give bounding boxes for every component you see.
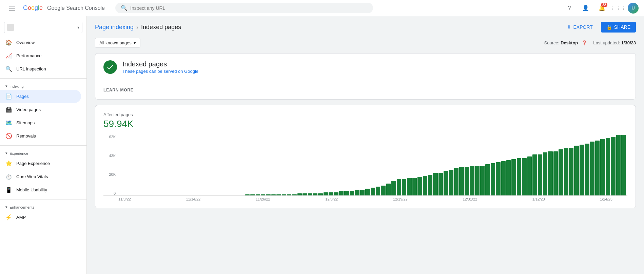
sidebar-label-removals: Removals	[16, 133, 36, 139]
filter-bar: All known pages ▾ Source: Desktop ❓ Last…	[95, 38, 636, 48]
mobile-icon: 📱	[5, 187, 12, 193]
bar-52	[391, 181, 396, 195]
sidebar-item-performance[interactable]: 📈 Performance	[0, 49, 81, 62]
x-label-7: 1/24/23	[600, 197, 612, 201]
last-updated-value: 1/30/23	[621, 40, 636, 45]
amp-icon: ⚡	[5, 214, 12, 220]
sidebar-label-video-pages: Video pages	[16, 107, 41, 112]
bar-85	[564, 148, 568, 195]
topbar: Google Google Search Console 🔍 ? 👤 🔔 22 …	[0, 0, 644, 16]
help-icon: ?	[568, 5, 571, 11]
learn-more-button[interactable]: LEARN MORE	[103, 85, 627, 92]
bar-67	[470, 166, 474, 195]
chevron-down-icon: ▾	[77, 25, 79, 30]
apps-button[interactable]: ⋮⋮⋮	[611, 1, 625, 15]
url-search-input[interactable]	[130, 5, 368, 11]
bar-44	[350, 191, 354, 195]
bar-65	[459, 167, 464, 195]
removals-icon: 🚫	[5, 133, 12, 139]
filter-button[interactable]: All known pages ▾	[95, 38, 140, 48]
help-button[interactable]: ?	[563, 1, 576, 15]
home-icon: 🏠	[5, 39, 12, 46]
bar-62	[444, 171, 448, 195]
bar-39	[324, 192, 328, 195]
notifications-button[interactable]: 🔔 22	[595, 1, 609, 15]
sidebar-item-sitemaps[interactable]: 🗺️ Sitemaps	[0, 116, 81, 129]
sidebar-item-video-pages[interactable]: 🎬 Video pages	[0, 103, 81, 116]
sidebar-item-overview[interactable]: 🏠 Overview	[0, 36, 81, 49]
bar-46	[360, 190, 365, 195]
bar-76	[517, 158, 521, 195]
bar-63	[449, 170, 453, 195]
bar-87	[574, 146, 579, 195]
bar-43	[344, 191, 349, 195]
chart-icon: 📈	[5, 52, 12, 59]
export-button[interactable]: ⬇ EXPORT	[563, 22, 597, 33]
url-search-icon: 🔍	[5, 66, 12, 72]
y-label-43k: 43K	[103, 154, 117, 158]
bar-74	[506, 160, 511, 195]
sidebar-item-mobile-usability[interactable]: 📱 Mobile Usability	[0, 183, 81, 196]
avatar[interactable]: U	[628, 3, 639, 14]
person-icon: 👤	[582, 5, 589, 11]
bar-81	[543, 152, 547, 195]
search-icon: 🔍	[121, 5, 128, 11]
sidebar-item-url-inspection[interactable]: 🔍 URL inspection	[0, 62, 81, 76]
bar-48	[371, 188, 375, 195]
account-button[interactable]: 👤	[579, 1, 592, 15]
sidebar-item-core-web-vitals[interactable]: ⏱️ Core Web Vitals	[0, 170, 81, 183]
x-label-3: 12/8/22	[325, 197, 338, 201]
section-indexing-label: Indexing	[9, 84, 24, 88]
bar-45	[355, 190, 359, 195]
section-indexing[interactable]: ▾ Indexing	[0, 81, 86, 90]
bar-30	[276, 194, 281, 195]
bar-61	[438, 173, 443, 195]
bar-78	[527, 156, 532, 195]
bar-72	[496, 162, 500, 195]
section-enhancements[interactable]: ▾ Enhancements	[0, 202, 86, 211]
bar-51	[386, 184, 391, 195]
caret-icon-2: ▾	[5, 151, 7, 155]
y-label-0: 0	[103, 191, 117, 195]
bar-31	[282, 194, 286, 195]
bar-80	[538, 154, 542, 195]
bar-56	[412, 178, 417, 195]
bar-96	[621, 135, 626, 195]
sidebar-item-amp[interactable]: ⚡ AMP	[0, 211, 81, 224]
bar-53	[397, 179, 401, 195]
bar-88	[580, 145, 584, 195]
bar-59	[428, 175, 432, 195]
filter-dropdown-icon: ▾	[134, 40, 136, 45]
x-axis: 11/3/22 11/14/22 11/26/22 12/8/22 12/19/…	[103, 196, 627, 201]
bar-37	[313, 193, 317, 195]
bar-77	[522, 158, 526, 195]
hamburger-menu-button[interactable]	[5, 1, 19, 15]
section-experience[interactable]: ▾ Experience	[0, 148, 86, 157]
x-label-0: 11/3/22	[118, 197, 131, 201]
bars-container	[118, 135, 627, 195]
help-circle-icon[interactable]: ❓	[582, 40, 587, 45]
caret-icon-3: ▾	[5, 205, 7, 209]
bar-40	[329, 192, 333, 195]
bar-28	[266, 194, 270, 195]
x-label-2: 11/26/22	[256, 197, 270, 201]
sidebar-label-amp: AMP	[16, 215, 26, 220]
sidebar-label-core-web-vitals: Core Web Vitals	[16, 174, 48, 179]
bar-41	[334, 192, 338, 195]
property-selector[interactable]: ▾	[4, 22, 82, 33]
sidebar-item-page-experience[interactable]: ⭐ Page Experience	[0, 157, 81, 170]
breadcrumb-current: Indexed pages	[141, 24, 181, 31]
pages-icon: 📄	[5, 93, 12, 100]
sidebar-label-sitemaps: Sitemaps	[16, 120, 35, 125]
bar-50	[381, 186, 385, 195]
share-button[interactable]: 🔒 SHARE	[601, 22, 636, 33]
bar-34	[297, 193, 302, 195]
indexed-title: Indexed pages	[122, 60, 198, 68]
breadcrumb-parent[interactable]: Page indexing	[95, 24, 134, 31]
sidebar-item-removals[interactable]: 🚫 Removals	[0, 129, 81, 143]
sidebar-item-pages[interactable]: 📄 Pages	[0, 90, 81, 103]
download-icon: ⬇	[567, 24, 571, 30]
sidebar-label-performance: Performance	[16, 53, 41, 58]
bar-86	[569, 148, 573, 195]
topbar-left: Google Google Search Console	[5, 1, 107, 15]
